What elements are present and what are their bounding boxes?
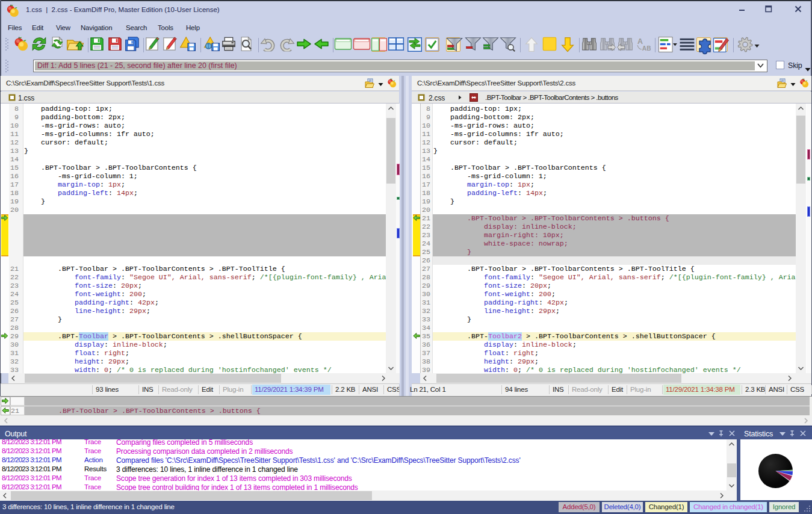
svg-text:AB: AB: [642, 45, 651, 52]
svg-text:A: A: [637, 37, 643, 46]
